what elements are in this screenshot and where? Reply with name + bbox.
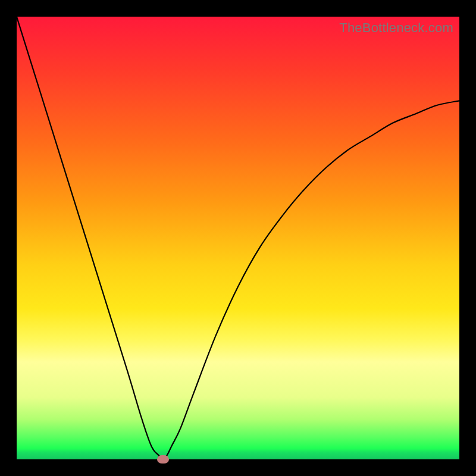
curve-path <box>17 17 459 459</box>
optimal-marker <box>157 455 169 464</box>
plot-area: TheBottleneck.com <box>17 17 459 459</box>
chart-frame: TheBottleneck.com <box>0 0 476 476</box>
bottleneck-curve <box>17 17 459 459</box>
